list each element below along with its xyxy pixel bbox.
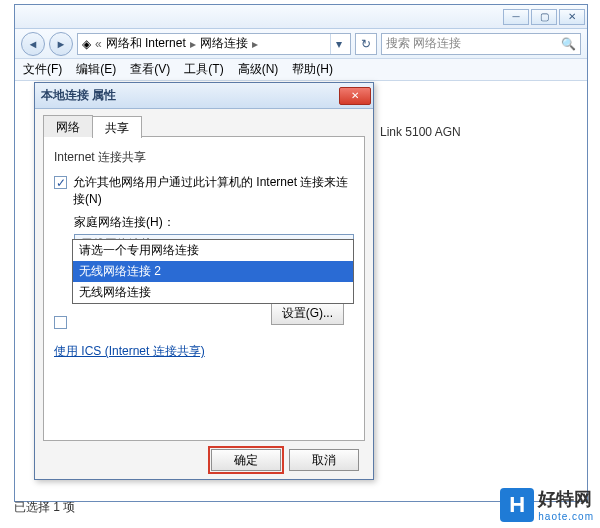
- address-bar[interactable]: ◈ « 网络和 Internet ▸ 网络连接 ▸ ▾: [77, 33, 351, 55]
- logo-url: haote.com: [538, 511, 594, 522]
- allow-row: ✓ 允许其他网络用户通过此计算机的 Internet 连接来连接(N): [54, 174, 354, 208]
- search-box[interactable]: 搜索 网络连接 🔍: [381, 33, 581, 55]
- menu-advanced[interactable]: 高级(N): [238, 61, 279, 78]
- dialog-titlebar: 本地连接 属性 ✕: [35, 83, 373, 109]
- tab-panel-share: Internet 连接共享 ✓ 允许其他网络用户通过此计算机的 Internet…: [43, 136, 365, 441]
- menu-bar: 文件(F) 编辑(E) 查看(V) 工具(T) 高级(N) 帮助(H): [15, 59, 587, 81]
- menu-help[interactable]: 帮助(H): [292, 61, 333, 78]
- properties-dialog: 本地连接 属性 ✕ 网络 共享 Internet 连接共享 ✓ 允许其他网络用户…: [34, 82, 374, 480]
- settings-button[interactable]: 设置(G)...: [271, 302, 344, 325]
- menu-file[interactable]: 文件(F): [23, 61, 62, 78]
- address-dropdown[interactable]: ▾: [330, 34, 346, 54]
- dialog-title: 本地连接 属性: [41, 87, 116, 104]
- dialog-button-row: 确定 取消: [43, 441, 365, 471]
- forward-button[interactable]: ►: [49, 32, 73, 56]
- breadcrumb-arrow: ▸: [252, 37, 258, 51]
- menu-view[interactable]: 查看(V): [130, 61, 170, 78]
- breadcrumb-part1[interactable]: 网络和 Internet: [106, 35, 186, 52]
- minimize-button[interactable]: ─: [503, 9, 529, 25]
- home-label: 家庭网络连接(H)：: [74, 214, 354, 231]
- nav-row: ◄ ► ◈ « 网络和 Internet ▸ 网络连接 ▸ ▾ ↻ 搜索 网络连…: [15, 29, 587, 59]
- logo-name: 好特网: [538, 487, 594, 511]
- tab-network[interactable]: 网络: [43, 115, 93, 137]
- watermark-logo: H 好特网 haote.com: [500, 487, 594, 522]
- dropdown-opt-selected[interactable]: 无线网络连接 2: [73, 261, 353, 282]
- menu-edit[interactable]: 编辑(E): [76, 61, 116, 78]
- allow-checkbox[interactable]: ✓: [54, 176, 67, 189]
- breadcrumb-arrow: ▸: [190, 37, 196, 51]
- combo-dropdown: 请选一个专用网络连接 无线网络连接 2 无线网络连接: [72, 239, 354, 304]
- tab-share[interactable]: 共享: [92, 116, 142, 138]
- search-icon: 🔍: [561, 37, 576, 51]
- status-bar: 已选择 1 项: [14, 499, 75, 516]
- close-button[interactable]: ✕: [559, 9, 585, 25]
- search-placeholder: 搜索 网络连接: [386, 35, 461, 52]
- logo-badge: H: [500, 488, 534, 522]
- window-titlebar: ─ ▢ ✕: [15, 5, 587, 29]
- menu-tools[interactable]: 工具(T): [184, 61, 223, 78]
- dropdown-opt-other[interactable]: 无线网络连接: [73, 282, 353, 303]
- ics-link[interactable]: 使用 ICS (Internet 连接共享): [54, 343, 205, 360]
- refresh-button[interactable]: ↻: [355, 33, 377, 55]
- network-icon: ◈: [82, 37, 91, 51]
- maximize-button[interactable]: ▢: [531, 9, 557, 25]
- back-button[interactable]: ◄: [21, 32, 45, 56]
- dialog-body: 网络 共享 Internet 连接共享 ✓ 允许其他网络用户通过此计算机的 In…: [35, 109, 373, 479]
- dropdown-hint: 请选一个专用网络连接: [73, 240, 353, 261]
- cancel-button[interactable]: 取消: [289, 449, 359, 471]
- group-title: Internet 连接共享: [54, 149, 354, 166]
- breadcrumb-part2[interactable]: 网络连接: [200, 35, 248, 52]
- breadcrumb-sep: «: [95, 37, 102, 51]
- ok-button[interactable]: 确定: [211, 449, 281, 471]
- second-checkbox[interactable]: ✓: [54, 316, 67, 329]
- tab-strip: 网络 共享: [43, 115, 365, 137]
- allow-label: 允许其他网络用户通过此计算机的 Internet 连接来连接(N): [73, 174, 354, 208]
- dialog-close-button[interactable]: ✕: [339, 87, 371, 105]
- adapter-name: Link 5100 AGN: [380, 125, 461, 139]
